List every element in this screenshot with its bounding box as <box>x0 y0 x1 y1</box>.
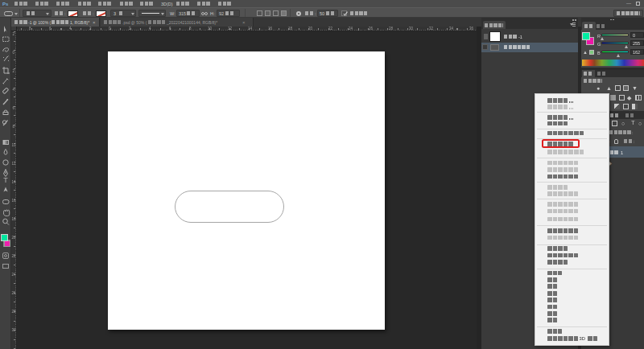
svg-text:T: T <box>3 176 8 184</box>
